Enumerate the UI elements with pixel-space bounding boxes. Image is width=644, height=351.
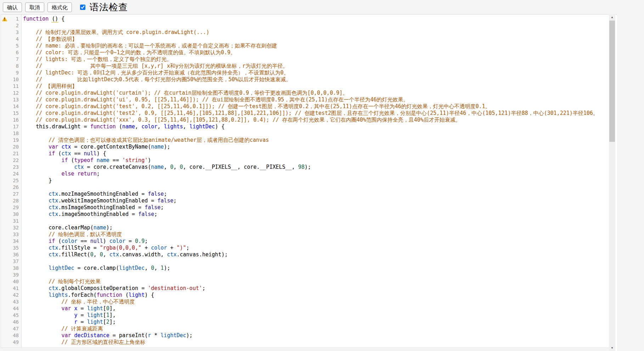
code-line[interactable]: 33 // 绘制色调层，默认不透明度 <box>1 231 609 238</box>
code-line[interactable]: 44 var x = light[0], <box>1 305 609 312</box>
code-line[interactable]: 4 // 【参数说明】 <box>1 36 609 43</box>
code-text[interactable]: ctx.fillRect(0, 0, ctx.canvas.width, ctx… <box>22 251 609 258</box>
scroll-up-button[interactable]: ▲ <box>609 14 615 20</box>
code-line[interactable]: 39 <box>1 272 609 278</box>
cancel-button[interactable]: 取消 <box>25 2 44 12</box>
code-text[interactable]: // core.plugin.drawLight('test', 0.2, [[… <box>22 103 609 110</box>
code-line[interactable]: 36 ctx.fillRect(0, 0, ctx.canvas.width, … <box>1 251 609 258</box>
code-line[interactable]: 17 this.drawLight = function (name, colo… <box>1 123 609 130</box>
code-text[interactable]: // core.plugin.drawLight('curtain'); // … <box>22 90 609 96</box>
code-text[interactable]: ctx.globalCompositeOperation = 'destinat… <box>22 285 609 292</box>
code-text[interactable]: if (ctx == null) { <box>22 150 609 157</box>
code-line[interactable]: 1function () { <box>1 16 609 22</box>
code-line[interactable]: 34 if (color == null) color = 0.9; <box>1 238 609 245</box>
code-text[interactable]: // core.plugin.drawLight('xxx', 0.3, [[2… <box>22 117 609 123</box>
code-line[interactable]: 48 var decDistance = parseInt(r * lightD… <box>1 332 609 339</box>
code-text[interactable]: if (color == null) color = 0.9; <box>22 238 609 245</box>
code-line[interactable]: 10 // 比如lightDec为0.5代表，每个灯光部分内圈50%的范围全亮，… <box>1 76 609 83</box>
code-line[interactable]: 9 // lightDec: 可选，0到1之间，光从多少百分比才开始衰减（在此范… <box>1 69 609 76</box>
code-line[interactable]: 32 core.clearMap(name); <box>1 224 609 231</box>
code-line[interactable]: 14 // core.plugin.drawLight('test', 0.2,… <box>1 103 609 110</box>
code-line[interactable]: 35 ctx.fillStyle = "rgba(0,0,0," + color… <box>1 245 609 251</box>
code-text[interactable]: ctx.fillStyle = "rgba(0,0,0," + color + … <box>22 245 609 251</box>
code-text[interactable]: // 比如lightDec为0.5代表，每个灯光部分内圈50%的范围全亮，50%… <box>22 76 609 83</box>
code-text[interactable] <box>22 218 609 224</box>
code-text[interactable]: this.drawLight = function (name, color, … <box>22 123 609 130</box>
code-text[interactable] <box>22 272 609 278</box>
code-text[interactable]: // 坐标，半径，中心不透明度 <box>22 299 609 305</box>
code-text[interactable]: ctx.msImageSmoothingEnabled = false; <box>22 204 609 211</box>
code-text[interactable]: // core.plugin.drawLight('test2', 0.9, [… <box>22 110 609 117</box>
code-text[interactable]: // core.plugin.drawLight('ui', 0.95, [[2… <box>22 96 609 103</box>
code-line[interactable]: 26 <box>1 184 609 191</box>
code-text[interactable]: var ctx = core.getContextByName(name); <box>22 144 609 150</box>
code-text[interactable] <box>22 184 609 191</box>
code-text[interactable]: ctx.imageSmoothingEnabled = false; <box>22 211 609 218</box>
code-text[interactable]: lightDec = core.clamp(lightDec, 0, 1); <box>22 265 609 272</box>
code-line[interactable]: 2 <box>1 22 609 29</box>
code-text[interactable]: function () { <box>22 16 609 22</box>
code-line[interactable]: 43 // 坐标，半径，中心不透明度 <box>1 299 609 305</box>
code-text[interactable]: // 绘制灯光/漆黑层效果。调用方式 core.plugin.drawLight… <box>22 29 609 36</box>
code-text[interactable]: // lights: 可选，一个数组，定义了每个独立的灯光。 <box>22 56 609 63</box>
code-line[interactable]: 29 ctx.msImageSmoothingEnabled = false; <box>1 204 609 211</box>
code-line[interactable]: 41 ctx.globalCompositeOperation = 'desti… <box>1 285 609 292</box>
code-text[interactable]: // 其中每一项是三元组 [x,y,r] x和y分别为该灯光的横纵坐标，r为该灯… <box>22 63 609 69</box>
code-line[interactable]: 30 ctx.imageSmoothingEnabled = false; <box>1 211 609 218</box>
code-text[interactable]: lights.forEach(function (light) { <box>22 292 609 299</box>
code-line[interactable]: 5 // name: 必填，要绘制到的画布名；可以是一个系统画布，或者是个自定义… <box>1 43 609 49</box>
code-text[interactable]: // color: 可选，只能是一个0~1之间的数，为不透明度的值。不填则默认为… <box>22 49 609 56</box>
lint-warning-icon[interactable] <box>1 16 8 22</box>
code-line[interactable]: 49 // 正方形区域的直径和左上角坐标 <box>1 339 609 346</box>
code-line[interactable]: 19 // 清空色调层；也可以修改成其它层比如animate/weather层，… <box>1 137 609 144</box>
syntax-check-checkbox[interactable] <box>80 5 85 10</box>
code-line[interactable]: 42 lights.forEach(function (light) { <box>1 292 609 299</box>
code-line[interactable]: 31 <box>1 218 609 224</box>
code-text[interactable]: // 绘制色调层，默认不透明度 <box>22 231 609 238</box>
code-text[interactable]: // 【调用样例】 <box>22 83 609 90</box>
code-line[interactable]: 25 } <box>1 177 609 184</box>
horizontal-scrollbar[interactable] <box>1 347 609 351</box>
code-line[interactable]: 8 // 其中每一项是三元组 [x,y,r] x和y分别为该灯光的横纵坐标，r为… <box>1 63 609 69</box>
code-text[interactable]: ctx.mozImageSmoothingEnabled = false; <box>22 191 609 197</box>
code-text[interactable]: // 清空色调层；也可以修改成其它层比如animate/weather层，或者用… <box>22 137 609 144</box>
code-text[interactable]: ctx = core.createCanvas(name, 0, 0, core… <box>22 164 609 171</box>
code-line[interactable]: 3 // 绘制灯光/漆黑层效果。调用方式 core.plugin.drawLig… <box>1 29 609 36</box>
code-line[interactable]: 23 ctx = core.createCanvas(name, 0, 0, c… <box>1 164 609 171</box>
vertical-scrollbar[interactable]: ▲ ▼ <box>609 14 615 351</box>
code-editor[interactable]: 1function () {23 // 绘制灯光/漆黑层效果。调用方式 core… <box>1 14 617 351</box>
code-text[interactable] <box>22 258 609 265</box>
code-line[interactable]: 45 y = light[1], <box>1 312 609 319</box>
code-line[interactable]: 27 ctx.mozImageSmoothingEnabled = false; <box>1 191 609 197</box>
code-line[interactable]: 46 r = light[2]; <box>1 319 609 325</box>
code-line[interactable]: 40 // 绘制每个灯光效果 <box>1 278 609 285</box>
code-line[interactable]: 28 ctx.webkitImageSmoothingEnabled = fal… <box>1 197 609 204</box>
code-line[interactable]: 20 var ctx = core.getContextByName(name)… <box>1 144 609 150</box>
code-text[interactable]: y = light[1], <box>22 312 609 319</box>
code-area[interactable]: 1function () {23 // 绘制灯光/漆黑层效果。调用方式 core… <box>1 16 609 346</box>
code-text[interactable]: // name: 必填，要绘制到的画布名；可以是一个系统画布，或者是个自定义画布… <box>22 43 609 49</box>
code-line[interactable]: 22 if (typeof name == 'string') <box>1 157 609 164</box>
code-line[interactable]: 37 <box>1 258 609 265</box>
code-text[interactable]: var decDistance = parseInt(r * lightDec)… <box>22 332 609 339</box>
code-text[interactable]: // 计算衰减距离 <box>22 325 609 332</box>
code-line[interactable]: 7 // lights: 可选，一个数组，定义了每个独立的灯光。 <box>1 56 609 63</box>
code-text[interactable]: // lightDec: 可选，0到1之间，光从多少百分比才开始衰减（在此范围内… <box>22 69 609 76</box>
code-text[interactable]: if (typeof name == 'string') <box>22 157 609 164</box>
code-line[interactable]: 38 lightDec = core.clamp(lightDec, 0, 1)… <box>1 265 609 272</box>
code-line[interactable]: 18 <box>1 130 609 137</box>
scrollbar-thumb[interactable] <box>609 21 615 142</box>
code-line[interactable]: 6 // color: 可选，只能是一个0~1之间的数，为不透明度的值。不填则默… <box>1 49 609 56</box>
scroll-down-button[interactable]: ▼ <box>609 345 615 351</box>
code-text[interactable]: // 【参数说明】 <box>22 36 609 43</box>
code-text[interactable]: core.clearMap(name); <box>22 224 609 231</box>
code-line[interactable]: 21 if (ctx == null) { <box>1 150 609 157</box>
code-line[interactable]: 47 // 计算衰减距离 <box>1 325 609 332</box>
code-text[interactable]: r = light[2]; <box>22 319 609 325</box>
format-button[interactable]: 格式化 <box>47 2 72 12</box>
code-line[interactable]: 12 // core.plugin.drawLight('curtain'); … <box>1 90 609 96</box>
code-line[interactable]: 11 // 【调用样例】 <box>1 83 609 90</box>
code-text[interactable]: // 正方形区域的直径和左上角坐标 <box>22 339 609 346</box>
code-text[interactable]: var x = light[0], <box>22 305 609 312</box>
code-line[interactable]: 24 else return; <box>1 171 609 177</box>
